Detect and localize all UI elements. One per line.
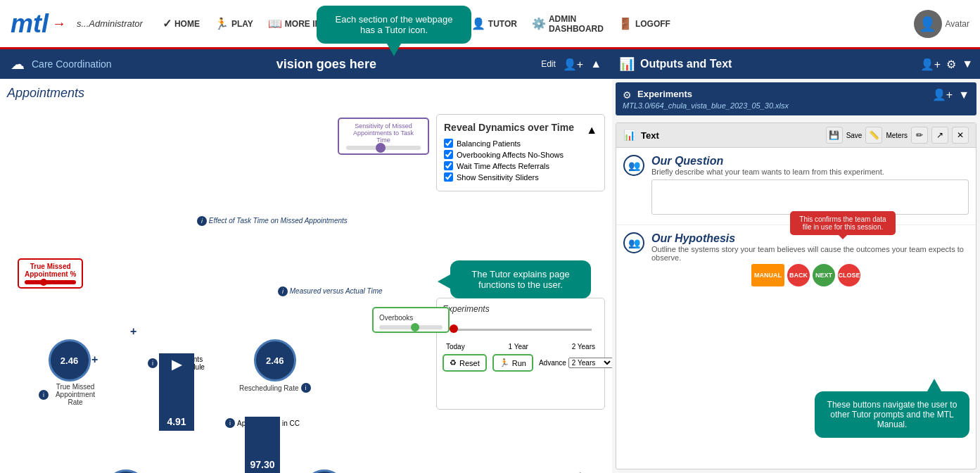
gauge-true-missed: 2.46 i True Missed Appointment Rate [39, 339, 100, 406]
overbooks-track [379, 325, 443, 329]
chart-icon: 📊 [619, 56, 635, 72]
checkbox-sensitivity-input[interactable] [444, 172, 453, 182]
sensitivity-slider-box: Sensitivity of Missed Appointments to Ta… [338, 118, 429, 155]
reset-button[interactable]: ♻ Reset [443, 354, 487, 372]
gauge-booking: 11.44 i Booking Rate [98, 469, 153, 473]
play-icon: 🏃 [215, 17, 229, 30]
experiment-buttons: ♻ Reset 🏃 Run Advance 2 Years 1 Year 6 M… [443, 354, 599, 372]
edit-button[interactable]: Edit [541, 59, 556, 69]
plus-sign-3: + [577, 469, 583, 473]
back-button[interactable]: BACK [787, 264, 810, 286]
tutor-icon: 👤 [471, 17, 485, 30]
text-toolbar: 💾 Save 📏 Meters ✏ ↗ ✕ [826, 127, 969, 144]
admin-icon: ⚙️ [532, 17, 546, 30]
text-header-title: Text [641, 130, 659, 141]
checkbox-overbooking-input[interactable] [444, 150, 453, 159]
question-row: 👥 Our Question Briefly describe what you… [623, 155, 969, 217]
checkbox-wait-time: Wait Time Affects Referrals [444, 161, 597, 170]
checkbox-wait-time-input[interactable] [444, 161, 453, 170]
arrow-label-task-time: i Effect of Task Time on Missed Appointm… [197, 216, 348, 226]
chevron-down-exp[interactable]: ▼ [958, 89, 969, 101]
info-icon-true-missed[interactable]: i [39, 390, 49, 400]
gauge-booking-value: 11.44 [105, 469, 147, 473]
sensitivity-track [346, 146, 421, 150]
left-panel-header: ☁ Care Coordination vision goes here Edi… [0, 49, 612, 79]
close-text-button[interactable]: ✕ [952, 127, 969, 144]
save-icon: 💾 [829, 130, 839, 140]
checkbox-overbooking: Overbooking Affects No-Shows [444, 150, 597, 159]
meters-label: Meters [886, 132, 908, 139]
nav-play[interactable]: 🏃 PLAY [209, 14, 259, 33]
plus-sign-1: + [130, 325, 136, 338]
red-confirm-tooltip: This confirms the team data file in use … [790, 211, 896, 235]
question-textarea[interactable] [651, 179, 969, 215]
sensitivity-thumb[interactable] [376, 143, 386, 153]
nav-tutor[interactable]: 👤 TUTOR [466, 14, 523, 33]
hypothesis-row: 👥 Our Hypothesis Outline the systems sto… [623, 232, 969, 262]
advance-dropdown[interactable]: 2 Years 1 Year 6 Months [568, 358, 612, 368]
tooltip-bottom-right: These buttons navigate the user to other… [815, 391, 969, 438]
true-missed-pct-label: True MissedAppointment % [25, 263, 76, 278]
hypothesis-icon: 👥 [623, 232, 644, 253]
plus-sign-2: + [91, 353, 98, 366]
left-section-name: Care Coordination [32, 58, 112, 70]
run-button[interactable]: 🏃 Run [492, 354, 533, 372]
diagram-title: Appointments [7, 86, 605, 101]
user-add-icon[interactable]: 👤+ [563, 58, 583, 71]
bar-appts-cc: 97.30 i Appointments in CC [225, 417, 300, 428]
settings-icon-right[interactable]: ⚙ [946, 58, 956, 71]
info-icon-appts-cc[interactable]: i [225, 418, 235, 428]
save-button[interactable]: 💾 [826, 127, 843, 144]
experiments-section-title: Experiments [637, 89, 692, 99]
checkbox-balancing-input[interactable] [444, 139, 453, 148]
bar-appts-cc-value: 97.30 [250, 459, 274, 470]
rescheduling-label: Rescheduling Rate [239, 384, 299, 392]
home-icon: ✓ [163, 17, 172, 30]
next-button[interactable]: NEXT [813, 264, 835, 286]
text-header: 📊 Text 💾 Save 📏 Meters ✏ ↗ ✕ [616, 123, 976, 148]
text-header-icon: 📊 [623, 130, 635, 141]
checkbox-sensitivity: Show Sensitivity Sliders [444, 172, 597, 182]
question-title: Our Question [651, 155, 969, 168]
gauge-completing-value: 13.9 [303, 469, 345, 473]
experiments-panel-title: Experiments [443, 304, 599, 314]
chevron-up-icon[interactable]: ▲ [590, 58, 602, 70]
experiments-icon: ⚙ [623, 89, 632, 101]
meters-button[interactable]: 📏 [865, 127, 882, 144]
user-add-icon-exp[interactable]: 👤+ [932, 88, 953, 101]
chevron-down-icon-right[interactable]: ▼ [962, 58, 973, 70]
right-panel-title: Outputs and Text [640, 58, 915, 70]
timeline-labels: Today 1 Year 2 Years [443, 343, 599, 351]
nav-logoff[interactable]: 🚪 LOGOFF [613, 14, 676, 33]
tutor-nav-buttons: MANUAL BACK NEXT CLOSE [751, 264, 860, 286]
reveal-title: Reveal Dynamics over Time [444, 122, 574, 133]
edit-text-button[interactable]: ✏ [911, 127, 928, 144]
nav-username: s...Administrator [77, 18, 143, 29]
question-content: Our Question Briefly describe what your … [651, 155, 969, 217]
experiments-section: ⚙ Experiments 👤+ ▼ MTL3.0/664_chula_vist… [616, 82, 976, 115]
right-panel-header: 📊 Outputs and Text 👤+ ⚙ ▼ [612, 49, 980, 79]
overbooks-box: Overbooks [372, 307, 450, 333]
timeline [443, 318, 599, 339]
hypothesis-subtitle: Outline the systems story your team beli… [651, 245, 969, 262]
manual-button[interactable]: MANUAL [751, 264, 784, 286]
nav-home[interactable]: ✓ HOME [157, 14, 205, 33]
info-icon-appts-reschedule[interactable]: i [148, 358, 158, 368]
arrow-label-measured: i Measured versus Actual Time [278, 286, 383, 296]
close-button[interactable]: CLOSE [838, 264, 860, 286]
nav-admin-dashboard[interactable]: ⚙️ ADMINDASHBOARD [526, 11, 609, 37]
export-button[interactable]: ↗ [931, 127, 948, 144]
true-missed-pct-box: True MissedAppointment % [18, 258, 83, 289]
overbooks-thumb[interactable] [411, 323, 419, 332]
user-avatar-section: 👤 Avatar [914, 10, 969, 38]
avatar[interactable]: 👤 [914, 10, 942, 38]
reveal-expand-icon[interactable]: ▲ [586, 124, 597, 137]
gauge-completing: 13.9 Completing Rate i [292, 469, 356, 473]
checkbox-balancing: Balancing Patients [444, 139, 597, 148]
left-panel-title: vision goes here [119, 57, 535, 72]
user-add-icon-right[interactable]: 👤+ [920, 58, 941, 71]
cloud-icon: ☁ [11, 56, 25, 72]
avatar-label: Avatar [946, 19, 969, 29]
question-icon: 👥 [623, 155, 644, 176]
info-icon-rescheduling[interactable]: i [301, 383, 311, 393]
